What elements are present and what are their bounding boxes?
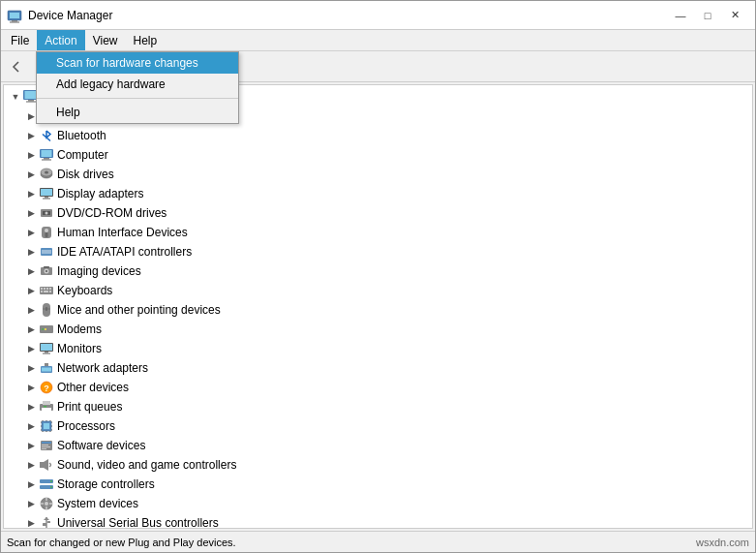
expand-icon[interactable]: ▶: [23, 457, 39, 473]
expand-icon[interactable]: ▶: [23, 167, 39, 182]
device-tree[interactable]: ▼ DESKTOP-XXXXX ▶: [3, 84, 753, 529]
list-item[interactable]: ▶ Human Interface Devices: [4, 223, 752, 242]
dropdown-help[interactable]: Help: [37, 102, 238, 123]
list-item[interactable]: ▶ Storage controllers: [4, 475, 752, 494]
list-item[interactable]: ▶ Imaging devices: [4, 261, 752, 281]
maximize-button[interactable]: □: [695, 6, 720, 25]
svg-rect-95: [42, 448, 46, 449]
list-item[interactable]: ▶ Computer: [4, 145, 752, 165]
expand-icon[interactable]: ▶: [23, 418, 39, 434]
svg-rect-64: [41, 344, 52, 351]
menu-help[interactable]: Help: [126, 30, 166, 50]
menu-action[interactable]: Action: [37, 30, 84, 50]
svg-rect-78: [44, 423, 49, 429]
imaging-icon: [39, 263, 54, 279]
list-item[interactable]: ▶ Sound, video and game controllers: [4, 455, 752, 475]
list-item[interactable]: ▶: [4, 416, 752, 436]
item-label: Display adapters: [57, 187, 143, 200]
expand-icon[interactable]: ▶: [23, 438, 39, 453]
svg-rect-2: [12, 20, 17, 22]
usb-icon: [39, 515, 54, 529]
expand-icon[interactable]: ▶: [23, 476, 39, 492]
list-item[interactable]: ▶ Bluetooth: [4, 126, 752, 145]
title-bar-controls: — □ ✕: [668, 6, 747, 25]
list-item[interactable]: ▶ IDE ATA/ATAPI controllers: [4, 242, 752, 261]
list-item[interactable]: ▶ Print queues: [4, 397, 752, 416]
item-label: Processors: [57, 419, 115, 433]
modem-icon: [39, 322, 54, 337]
list-item[interactable]: ▶ Display adapters: [4, 184, 752, 203]
expand-icon[interactable]: ▶: [23, 205, 39, 221]
svg-rect-52: [41, 291, 43, 292]
window-title: Device Manager: [28, 9, 112, 22]
root-expand-icon[interactable]: ▼: [8, 89, 23, 105]
svg-rect-49: [44, 288, 45, 290]
expand-icon[interactable]: ▶: [23, 244, 39, 260]
item-label: Keyboards: [57, 284, 112, 297]
device-manager-window: Device Manager — □ ✕ File Action View He…: [0, 0, 756, 553]
expand-icon[interactable]: ▶: [23, 515, 39, 529]
dropdown-separator: [37, 98, 238, 99]
toolbar-back[interactable]: [5, 55, 28, 78]
expand-icon[interactable]: ▶: [23, 225, 39, 240]
other-icon: ?: [39, 380, 54, 395]
close-button[interactable]: ✕: [722, 6, 747, 25]
list-item[interactable]: ▶ Keyboards: [4, 281, 752, 300]
svg-rect-96: [40, 462, 44, 468]
svg-point-62: [50, 328, 52, 330]
svg-point-26: [45, 171, 48, 174]
svg-rect-94: [42, 446, 50, 447]
expand-icon[interactable]: ▶: [23, 186, 39, 201]
list-item[interactable]: ▶ DVD/CD-ROM drives: [4, 203, 752, 223]
dropdown-legacy[interactable]: Add legacy hardware: [37, 74, 238, 95]
list-item[interactable]: ▶ ? Other devices: [4, 378, 752, 397]
svg-rect-110: [43, 523, 46, 526]
app-icon: [7, 8, 22, 23]
list-item[interactable]: ▶ Network adapters: [4, 358, 752, 378]
expand-icon[interactable]: ▶: [23, 322, 39, 337]
status-website: wsxdn.com: [696, 537, 749, 548]
svg-rect-53: [44, 291, 48, 292]
minimize-button[interactable]: —: [668, 6, 693, 25]
back-icon: [10, 60, 23, 74]
item-label: Sound, video and game controllers: [57, 458, 236, 472]
expand-icon[interactable]: ▶: [23, 302, 39, 318]
print-icon: [39, 399, 54, 415]
display-icon: [39, 186, 54, 201]
network-icon: [39, 360, 54, 376]
expand-icon[interactable]: ▶: [23, 283, 39, 298]
expand-icon[interactable]: ▶: [23, 128, 39, 143]
list-item[interactable]: ▶ Software devices: [4, 436, 752, 455]
item-label: Mice and other pointing devices: [57, 303, 221, 317]
item-label: Storage controllers: [57, 477, 155, 491]
expand-icon[interactable]: ▶: [23, 399, 39, 415]
sound-icon: [39, 457, 54, 473]
expand-icon[interactable]: ▶: [23, 380, 39, 395]
monitor-icon: [39, 341, 54, 356]
list-item[interactable]: ▶ Modems: [4, 320, 752, 339]
item-label: Disk drives: [57, 168, 114, 181]
list-item[interactable]: ▶ Mice and other pointing devices: [4, 300, 752, 320]
expand-icon[interactable]: ▶: [23, 360, 39, 376]
mouse-icon: [39, 302, 54, 318]
storage-icon: [39, 476, 54, 492]
expand-icon[interactable]: ▶: [23, 263, 39, 279]
computer-icon: [39, 147, 54, 163]
list-item[interactable]: ▶ Disk drives: [4, 165, 752, 184]
svg-rect-75: [42, 408, 51, 411]
svg-point-100: [50, 480, 52, 482]
expand-icon[interactable]: ▶: [23, 147, 39, 163]
title-bar: Device Manager — □ ✕: [1, 1, 755, 30]
list-item[interactable]: ▶ Monitors: [4, 339, 752, 358]
expand-icon[interactable]: ▶: [23, 341, 39, 356]
menu-file[interactable]: File: [3, 30, 37, 50]
menu-view[interactable]: View: [85, 30, 126, 50]
expand-icon[interactable]: ▶: [23, 496, 39, 511]
item-label: System devices: [57, 497, 138, 510]
dropdown-scan[interactable]: Scan for hardware changes: [37, 52, 238, 74]
svg-rect-68: [42, 368, 51, 372]
list-item[interactable]: ▶ Universal Serial Bus controllers: [4, 513, 752, 529]
list-item[interactable]: ▶ System devices: [4, 494, 752, 513]
svg-rect-30: [43, 199, 50, 200]
keyboard-icon: [39, 283, 54, 298]
